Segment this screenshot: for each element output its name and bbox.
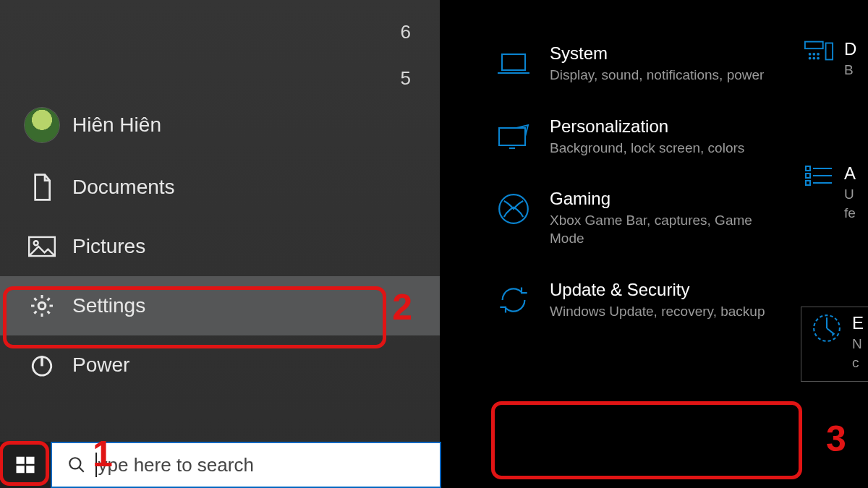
svg-rect-4 xyxy=(17,457,25,464)
start-menu-panel: 6 5 Hiên Hiên Documents Pictures Setting… xyxy=(0,0,441,488)
pictures-icon xyxy=(20,236,64,257)
devices-icon xyxy=(801,39,837,64)
gear-icon xyxy=(20,293,64,319)
start-menu-items: Hiên Hiên Documents Pictures Settings Po xyxy=(0,93,440,395)
start-item-power[interactable]: Power xyxy=(0,335,440,395)
settings-tile-devices-partial[interactable]: D B xyxy=(801,39,868,78)
start-item-label: Pictures xyxy=(72,235,145,258)
apps-icon xyxy=(801,163,837,188)
annotation-number-3: 3 xyxy=(826,418,846,460)
svg-point-18 xyxy=(813,58,814,59)
svg-point-16 xyxy=(817,53,819,55)
svg-point-8 xyxy=(69,458,80,468)
svg-point-19 xyxy=(817,58,819,59)
svg-rect-10 xyxy=(499,128,525,145)
svg-point-1 xyxy=(34,241,38,245)
start-item-pictures[interactable]: Pictures xyxy=(0,217,440,276)
svg-rect-7 xyxy=(26,466,34,473)
avatar xyxy=(20,108,64,142)
annotation-number-2: 2 xyxy=(392,286,412,328)
settings-panel: System Display, sound, notifications, po… xyxy=(441,0,868,488)
laptop-icon xyxy=(492,46,535,81)
start-button[interactable] xyxy=(0,442,51,488)
svg-rect-12 xyxy=(805,42,823,49)
tile-subtitle: Display, sound, notifications, power xyxy=(550,67,764,85)
start-item-documents[interactable]: Documents xyxy=(0,158,440,217)
tile-title-fragment: A xyxy=(844,163,856,184)
settings-tile-ease-partial[interactable]: E N c xyxy=(801,307,868,382)
power-icon xyxy=(20,353,64,377)
svg-rect-9 xyxy=(502,54,525,70)
tile-sub-fragment: fe xyxy=(844,205,856,221)
start-item-label: Power xyxy=(72,354,129,377)
svg-rect-13 xyxy=(826,43,833,60)
settings-tile-personalization[interactable]: Personalization Background, lock screen,… xyxy=(492,116,810,158)
tile-title: Personalization xyxy=(550,116,744,137)
sync-icon xyxy=(492,283,535,317)
svg-point-17 xyxy=(809,58,811,59)
user-name-label: Hiên Hiên xyxy=(72,114,161,137)
settings-tile-system[interactable]: System Display, sound, notifications, po… xyxy=(492,43,810,85)
annotation-number-1: 1 xyxy=(93,433,113,475)
settings-tile-gaming[interactable]: Gaming Xbox Game Bar, captures, Game Mod… xyxy=(492,189,810,247)
start-user-row[interactable]: Hiên Hiên xyxy=(0,93,440,158)
tile-fragment-numbers: 6 5 xyxy=(401,9,411,101)
windows-icon xyxy=(14,454,36,476)
svg-rect-20 xyxy=(806,166,810,171)
tile-sub-fragment: c xyxy=(852,355,864,371)
svg-rect-5 xyxy=(26,457,34,464)
tile-title-fragment: D xyxy=(844,39,856,59)
taskbar: t ype here to search xyxy=(0,442,441,488)
ease-of-access-icon xyxy=(809,313,845,343)
tile-title-fragment: E xyxy=(852,313,864,333)
search-icon xyxy=(62,455,91,474)
svg-rect-22 xyxy=(806,181,810,185)
document-icon xyxy=(20,173,64,202)
svg-rect-21 xyxy=(806,174,810,178)
tile-title: System xyxy=(550,43,764,64)
start-item-label: Documents xyxy=(72,176,175,199)
tile-title: Gaming xyxy=(550,189,767,209)
settings-tile-column-partial: D B A U fe E N c xyxy=(801,39,868,382)
tile-sub-fragment: N xyxy=(852,336,864,352)
tile-title: Update & Security xyxy=(550,280,765,300)
personalization-icon xyxy=(492,119,535,154)
tile-subtitle: Windows Update, recovery, backup xyxy=(550,303,765,321)
tile-sub-fragment: U xyxy=(844,187,856,202)
svg-point-15 xyxy=(813,53,814,55)
tile-sub-fragment: B xyxy=(844,62,856,78)
start-item-settings[interactable]: Settings xyxy=(0,276,440,335)
start-item-label: Settings xyxy=(72,294,145,317)
settings-tile-update-security[interactable]: Update & Security Windows Update, recove… xyxy=(492,280,810,321)
settings-tile-apps-partial[interactable]: A U fe xyxy=(801,163,868,221)
tile-subtitle: Background, lock screen, colors xyxy=(550,140,744,158)
tile-subtitle: Xbox Game Bar, captures, Game Mode xyxy=(550,212,767,247)
svg-point-14 xyxy=(809,53,811,55)
search-placeholder-text: ype here to search xyxy=(98,454,254,476)
svg-rect-6 xyxy=(17,466,25,473)
xbox-icon xyxy=(492,192,535,226)
svg-point-2 xyxy=(38,302,46,309)
